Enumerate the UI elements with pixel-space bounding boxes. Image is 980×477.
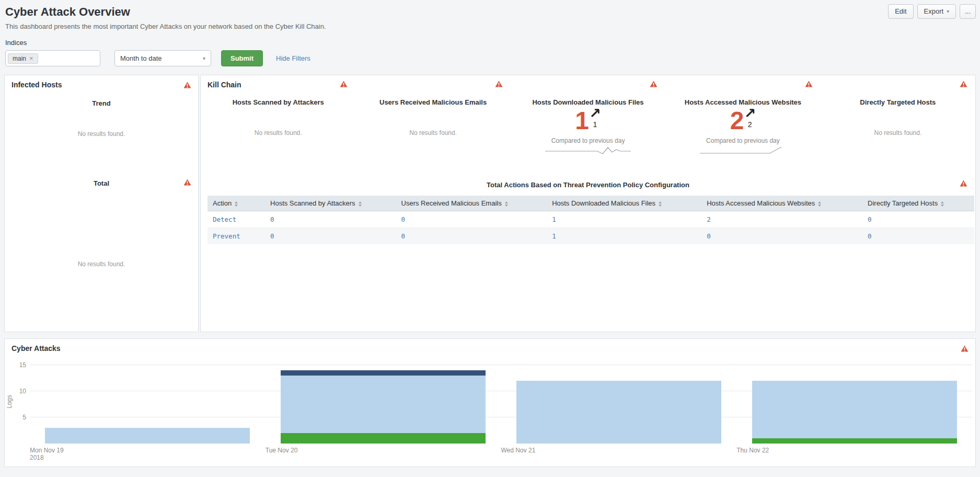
chart-y-axis-label: Logs: [6, 360, 14, 444]
page-title: Cyber Attack Overview: [5, 5, 130, 19]
time-range-dropdown[interactable]: Month to date ▾: [114, 50, 211, 66]
column-header-malicious-files[interactable]: Hosts Downloaded Malicious Files: [547, 196, 701, 211]
indices-label: Indices: [5, 39, 976, 47]
no-results-message: No results found.: [5, 130, 198, 138]
y-tick-label: 10: [19, 388, 26, 395]
single-value[interactable]: 2 ↗ 2: [665, 108, 820, 133]
table-row-prevent: Prevent 0 0 1 0 0: [207, 228, 974, 245]
kc-panel-directly-targeted: Directly Targeted Hosts No results found…: [821, 75, 975, 175]
token-chip[interactable]: main ×: [8, 53, 38, 64]
infected-hosts-panel: Infected Hosts Trend No results found. T…: [4, 75, 199, 332]
kc-panel-malicious-websites: Hosts Accessed Malicious Websites 2 ↗ 2 …: [665, 75, 820, 175]
stacked-bar[interactable]: [45, 428, 250, 444]
token-chip-label: main: [13, 55, 26, 62]
kc-panel-title: Hosts Scanned by Attackers: [201, 98, 355, 106]
kill-chain-panel: Kill Chain Hosts Scanned by Attackers No…: [200, 75, 976, 332]
action-cell[interactable]: Detect: [207, 211, 265, 228]
sort-icon: [235, 201, 238, 207]
bar-segment-anti-virus[interactable]: [281, 376, 486, 433]
stacked-bar[interactable]: [516, 381, 721, 444]
value-cell[interactable]: 2: [701, 211, 862, 228]
warning-icon[interactable]: [183, 82, 191, 88]
sort-icon: [359, 201, 362, 207]
value-cell[interactable]: 0: [862, 211, 974, 228]
chart-plot: [30, 360, 972, 444]
warning-icon[interactable]: [650, 81, 658, 87]
bar-segment-threat-emulation[interactable]: [752, 438, 957, 444]
policy-table: Action Hosts Scanned by Attackers Users …: [207, 196, 974, 244]
bar-slot: [266, 360, 501, 444]
x-tick-label: Mon Nov 192018: [30, 447, 266, 461]
warning-icon[interactable]: [960, 180, 967, 187]
stacked-bar[interactable]: [752, 381, 957, 444]
comparison-caption: Compared to previous day: [511, 137, 665, 144]
sort-icon: [505, 201, 508, 207]
single-value-number: 2: [730, 108, 744, 133]
column-header-action[interactable]: Action: [207, 196, 265, 211]
dashboard-header: Cyber Attack Overview Edit Export ▾ ...: [4, 3, 976, 19]
bar-segment-anti-virus[interactable]: [752, 381, 957, 438]
delta-value: 1: [593, 120, 597, 129]
kc-panel-hosts-scanned: Hosts Scanned by Attackers No results fo…: [201, 75, 355, 175]
total-subtitle: Total: [5, 179, 198, 187]
bar-segment-threat-emulation[interactable]: [281, 433, 486, 444]
trend-up-icon: ↗: [589, 107, 601, 121]
trend-subtitle: Trend: [5, 99, 198, 107]
stacked-bar[interactable]: [281, 370, 486, 444]
column-header-malicious-websites[interactable]: Hosts Accessed Malicious Websites: [701, 196, 862, 211]
chevron-down-icon: ▾: [947, 9, 949, 14]
value-cell[interactable]: 0: [265, 228, 396, 245]
value-cell[interactable]: 1: [547, 228, 701, 245]
table-row-detect: Detect 0 0 1 2 0: [207, 211, 974, 228]
value-cell[interactable]: 0: [265, 211, 396, 228]
single-value[interactable]: 1 ↗ 1: [511, 108, 665, 133]
time-range-value: Month to date: [120, 54, 162, 62]
column-header-malicious-emails[interactable]: Users Received Malicious Emails: [396, 196, 547, 211]
indices-input[interactable]: main ×: [5, 50, 100, 66]
x-tick-label: Thu Nov 22: [736, 447, 972, 461]
value-cell[interactable]: 0: [701, 228, 862, 245]
submit-button[interactable]: Submit: [221, 50, 263, 66]
bar-segment-anti-virus[interactable]: [45, 428, 250, 444]
close-icon[interactable]: ×: [29, 55, 33, 62]
warning-icon[interactable]: [961, 345, 969, 352]
sort-icon: [818, 201, 821, 207]
export-button[interactable]: Export ▾: [917, 4, 956, 19]
warning-icon[interactable]: [805, 81, 813, 87]
filter-bar: Indices main × Month to date ▾ Submit Hi…: [5, 39, 976, 66]
y-tick-label: 5: [22, 414, 26, 421]
action-cell[interactable]: Prevent: [207, 228, 265, 245]
value-cell[interactable]: 1: [547, 211, 701, 228]
chart-y-axis: 51015: [14, 360, 30, 444]
header-actions: Edit Export ▾ ...: [888, 4, 976, 19]
cyber-attacks-panel: Cyber Attacks Logs 51015 Mon Nov 192018T…: [4, 338, 976, 467]
more-actions-button[interactable]: ...: [960, 4, 976, 19]
sort-icon: [941, 201, 944, 207]
bar-segment-anti-virus[interactable]: [516, 381, 721, 444]
warning-icon[interactable]: [495, 81, 503, 87]
kc-panel-title: Hosts Downloaded Malicious Files: [511, 98, 665, 106]
column-header-directly-targeted[interactable]: Directly Targeted Hosts: [862, 196, 974, 211]
kc-panel-malicious-emails: Users Received Malicious Emails No resul…: [355, 75, 510, 175]
column-header-hosts-scanned[interactable]: Hosts Scanned by Attackers: [265, 196, 396, 211]
x-tick-label: Wed Nov 21: [501, 447, 737, 461]
y-tick-label: 15: [19, 361, 26, 369]
value-cell[interactable]: 0: [396, 211, 547, 228]
value-cell[interactable]: 0: [396, 228, 547, 245]
trend-up-icon: ↗: [744, 107, 756, 121]
kc-panel-title: Users Received Malicious Emails: [355, 98, 510, 106]
panel-title: Cyber Attacks: [11, 344, 61, 353]
edit-button[interactable]: Edit: [888, 4, 913, 19]
warning-icon[interactable]: [340, 81, 348, 87]
warning-icon[interactable]: [960, 81, 967, 87]
chart-x-axis: Mon Nov 192018Tue Nov 20Wed Nov 21Thu No…: [30, 447, 975, 461]
table-title: Total Actions Based on Threat Prevention…: [201, 181, 975, 189]
dashboard-page: Cyber Attack Overview Edit Export ▾ ... …: [0, 0, 980, 470]
bar-slot: [736, 360, 972, 444]
warning-icon[interactable]: [183, 179, 191, 186]
kc-panel-title: Directly Targeted Hosts: [821, 98, 975, 106]
bar-segment-anti-bot[interactable]: [281, 370, 486, 376]
hide-filters-link[interactable]: Hide Filters: [276, 54, 310, 62]
x-tick-label: Tue Nov 20: [266, 447, 501, 461]
value-cell[interactable]: 0: [862, 228, 974, 245]
